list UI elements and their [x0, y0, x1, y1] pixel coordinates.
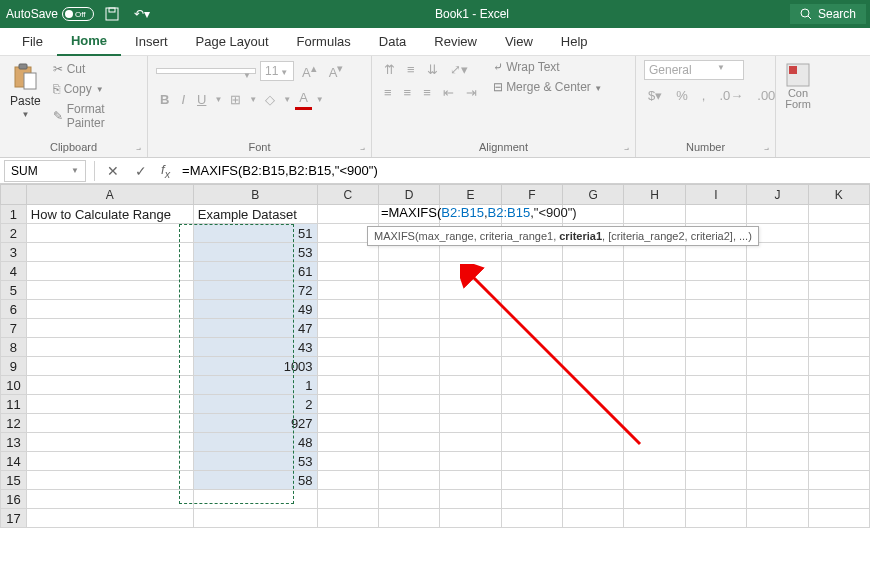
cell[interactable]	[685, 205, 746, 224]
cell[interactable]: 72	[193, 281, 317, 300]
row-header[interactable]: 3	[1, 243, 27, 262]
col-header-E[interactable]: E	[440, 185, 501, 205]
cell[interactable]	[624, 471, 685, 490]
cell[interactable]	[685, 471, 746, 490]
cell[interactable]	[563, 490, 624, 509]
cell[interactable]: 1003	[193, 357, 317, 376]
number-format-select[interactable]: General▼	[644, 60, 744, 80]
cell[interactable]	[378, 357, 439, 376]
name-box[interactable]: SUM ▼	[4, 160, 86, 182]
cell[interactable]: 2	[193, 395, 317, 414]
row-header[interactable]: 5	[1, 281, 27, 300]
cell[interactable]	[685, 509, 746, 528]
cell[interactable]	[808, 319, 869, 338]
cell[interactable]	[747, 433, 808, 452]
cell[interactable]	[317, 338, 378, 357]
cell[interactable]: 53	[193, 452, 317, 471]
increase-font-icon[interactable]: A▴	[298, 60, 321, 82]
cell[interactable]	[317, 414, 378, 433]
row-header[interactable]: 9	[1, 357, 27, 376]
cell[interactable]	[685, 319, 746, 338]
cell[interactable]	[501, 509, 562, 528]
align-middle-icon[interactable]: ≡	[403, 60, 419, 79]
cell[interactable]	[26, 471, 193, 490]
cell[interactable]	[808, 490, 869, 509]
cell[interactable]	[26, 224, 193, 243]
col-header-K[interactable]: K	[808, 185, 869, 205]
cell[interactable]	[378, 433, 439, 452]
cell[interactable]: How to Calculate Range	[26, 205, 193, 224]
conditional-formatting-button[interactable]: Con Form	[784, 60, 812, 112]
cell[interactable]	[747, 395, 808, 414]
col-header-D[interactable]: D	[378, 185, 439, 205]
select-all-corner[interactable]	[1, 185, 27, 205]
paste-button[interactable]: Paste ▼	[8, 60, 43, 121]
cell[interactable]	[624, 205, 685, 224]
row-header[interactable]: 17	[1, 509, 27, 528]
formula-input[interactable]	[176, 160, 870, 181]
row-header[interactable]: 13	[1, 433, 27, 452]
font-size-select[interactable]: 11▼	[260, 61, 294, 81]
cell[interactable]	[26, 395, 193, 414]
menu-insert[interactable]: Insert	[121, 28, 182, 55]
cell[interactable]	[378, 281, 439, 300]
cell[interactable]	[317, 509, 378, 528]
menu-data[interactable]: Data	[365, 28, 420, 55]
row-header[interactable]: 8	[1, 338, 27, 357]
cell[interactable]	[317, 300, 378, 319]
cell[interactable]: 49	[193, 300, 317, 319]
cell[interactable]	[808, 414, 869, 433]
enter-formula-button[interactable]: ✓	[127, 161, 155, 181]
cell[interactable]	[685, 262, 746, 281]
cell[interactable]	[563, 471, 624, 490]
cell[interactable]: 48	[193, 433, 317, 452]
cell[interactable]	[193, 509, 317, 528]
cut-button[interactable]: ✂Cut	[49, 60, 139, 78]
cell[interactable]	[26, 262, 193, 281]
cell[interactable]	[317, 262, 378, 281]
cell[interactable]	[685, 357, 746, 376]
col-header-G[interactable]: G	[563, 185, 624, 205]
menu-view[interactable]: View	[491, 28, 547, 55]
cell[interactable]	[501, 471, 562, 490]
row-header[interactable]: 12	[1, 414, 27, 433]
format-painter-button[interactable]: ✎Format Painter	[49, 100, 139, 132]
cell[interactable]	[440, 509, 501, 528]
cell[interactable]	[440, 490, 501, 509]
currency-icon[interactable]: $▾	[644, 86, 666, 105]
search-box[interactable]: Search	[790, 4, 866, 24]
fx-icon[interactable]: fx	[155, 162, 176, 180]
border-button[interactable]: ⊞	[226, 90, 245, 109]
col-header-C[interactable]: C	[317, 185, 378, 205]
cell[interactable]	[317, 433, 378, 452]
undo-icon[interactable]: ↶▾	[130, 2, 154, 26]
cell[interactable]	[26, 357, 193, 376]
menu-page-layout[interactable]: Page Layout	[182, 28, 283, 55]
cell[interactable]	[26, 414, 193, 433]
cell[interactable]	[747, 338, 808, 357]
cell[interactable]	[685, 414, 746, 433]
bold-button[interactable]: B	[156, 90, 173, 109]
font-color-button[interactable]: A	[295, 88, 312, 110]
cell[interactable]	[808, 338, 869, 357]
cell[interactable]	[685, 433, 746, 452]
cell[interactable]	[685, 452, 746, 471]
cell[interactable]	[26, 338, 193, 357]
align-right-icon[interactable]: ≡	[419, 83, 435, 102]
cell[interactable]	[747, 319, 808, 338]
row-header[interactable]: 6	[1, 300, 27, 319]
cell[interactable]	[440, 471, 501, 490]
italic-button[interactable]: I	[177, 90, 189, 109]
cell[interactable]	[808, 300, 869, 319]
cell[interactable]	[26, 319, 193, 338]
cell[interactable]	[624, 509, 685, 528]
cell[interactable]	[808, 395, 869, 414]
menu-formulas[interactable]: Formulas	[283, 28, 365, 55]
cell[interactable]: Example Dataset	[193, 205, 317, 224]
cell[interactable]	[747, 205, 808, 224]
increase-decimal-icon[interactable]: .0→	[715, 86, 747, 105]
cell[interactable]	[685, 376, 746, 395]
align-left-icon[interactable]: ≡	[380, 83, 396, 102]
cell[interactable]	[808, 243, 869, 262]
cell[interactable]	[317, 281, 378, 300]
